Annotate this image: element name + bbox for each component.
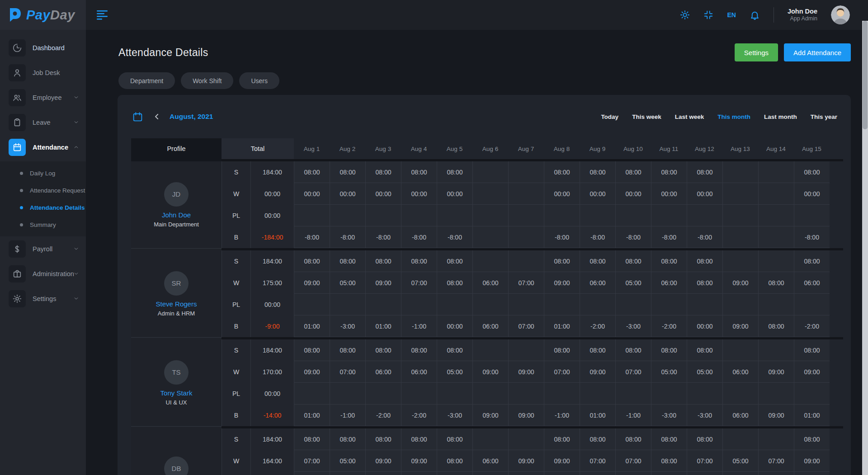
- language-selector[interactable]: EN: [727, 11, 736, 19]
- day-column-header: Aug 14: [758, 138, 794, 159]
- bell-icon[interactable]: [750, 10, 760, 20]
- submenu-item-summary[interactable]: Summary: [0, 216, 86, 233]
- day-cell: 09:00: [794, 361, 830, 383]
- range-last-month[interactable]: Last month: [764, 113, 797, 120]
- submenu-item-attendance-request[interactable]: Attendance Request: [0, 182, 86, 199]
- app-logo[interactable]: PayDay: [0, 0, 86, 30]
- day-cell: 09:00: [544, 272, 580, 294]
- previous-month-icon[interactable]: [152, 112, 161, 121]
- day-cell: [758, 161, 794, 183]
- attendance-row-w: W175:0009:0005:0009:0007:0008:0006:0007:…: [222, 272, 843, 294]
- day-cell: [758, 226, 794, 248]
- sidebar-item-attendance[interactable]: Attendance: [0, 135, 86, 160]
- employee-name[interactable]: Steve Rogers: [156, 300, 197, 308]
- filter-label: Department: [130, 77, 163, 85]
- sidebar-item-employee[interactable]: Employee: [0, 85, 86, 110]
- brightness-icon[interactable]: [680, 10, 690, 20]
- day-column-header: Aug 2: [330, 138, 365, 159]
- day-cell: 00:00: [330, 183, 365, 205]
- vertical-scrollbar[interactable]: [862, 21, 868, 475]
- row-key-label: W: [222, 183, 250, 205]
- day-cell: 00:00: [401, 183, 437, 205]
- row-key-label: B: [222, 226, 250, 248]
- day-cell: 08:00: [794, 428, 830, 450]
- attendance-row-w: W164:0007:0005:0009:0009:0008:0006:0009:…: [222, 450, 843, 472]
- total-value-b: -14:00: [250, 404, 294, 426]
- filter-department[interactable]: Department: [118, 72, 175, 89]
- sidebar-item-label: Leave: [33, 119, 51, 126]
- total-column-header: Total: [222, 138, 294, 159]
- pie-chart-icon: [9, 39, 26, 56]
- attendance-row-pl: PL00:00: [222, 383, 843, 404]
- range-this-year[interactable]: This year: [811, 113, 837, 120]
- day-cell: [437, 294, 472, 315]
- day-cell: [472, 205, 508, 226]
- add-attendance-button[interactable]: Add Attendance: [784, 43, 851, 61]
- range-last-week[interactable]: Last week: [675, 113, 704, 120]
- briefcase-icon: [9, 265, 26, 282]
- sidebar-item-payroll[interactable]: Payroll: [0, 236, 86, 261]
- range-this-week[interactable]: This week: [632, 113, 661, 120]
- day-cell: 08:00: [651, 161, 687, 183]
- user-avatar[interactable]: [831, 5, 850, 24]
- day-cell: 08:00: [687, 161, 722, 183]
- day-cell: 05:00: [722, 450, 758, 472]
- day-cell: 00:00: [687, 183, 722, 205]
- day-cell: -8:00: [794, 226, 830, 248]
- sidebar-item-label: Dashboard: [33, 44, 65, 52]
- day-cell: [722, 250, 758, 272]
- range-this-month[interactable]: This month: [717, 113, 750, 120]
- period-label[interactable]: August, 2021: [170, 113, 213, 121]
- day-cell: -8:00: [365, 226, 401, 248]
- day-cell: 00:00: [580, 183, 615, 205]
- attendance-row-s: S184:0008:0008:0008:0008:0008:0008:0008:…: [222, 161, 843, 183]
- day-cell: [330, 205, 365, 226]
- filter-users[interactable]: Users: [239, 72, 279, 89]
- day-cell: 08:00: [437, 450, 472, 472]
- hamburger-menu-icon[interactable]: [97, 10, 108, 20]
- day-cell: -3:00: [330, 315, 365, 337]
- table-header-row: Profile Total Aug 1Aug 2Aug 3Aug 4Aug 5A…: [131, 138, 843, 159]
- day-cell: [472, 161, 508, 183]
- day-cell: [687, 472, 722, 475]
- scrollbar-thumb[interactable]: [863, 21, 868, 129]
- day-cell: [758, 205, 794, 226]
- day-cell: 00:00: [615, 183, 651, 205]
- day-cell: [615, 383, 651, 404]
- submenu-item-label: Summary: [30, 221, 56, 228]
- user-menu[interactable]: John Doe App Admin: [788, 7, 817, 23]
- sidebar-item-settings[interactable]: Settings: [0, 286, 86, 311]
- sidebar-item-dashboard[interactable]: Dashboard: [0, 35, 86, 60]
- sidebar-item-label: Payroll: [33, 245, 52, 253]
- sidebar-item-administration[interactable]: Administration: [0, 261, 86, 286]
- sidebar-item-leave[interactable]: Leave: [0, 110, 86, 135]
- day-cell: 00:00: [687, 315, 722, 337]
- bullet-icon: [20, 189, 23, 192]
- day-cell: 08:00: [294, 250, 330, 272]
- day-cell: 08:00: [794, 339, 830, 361]
- employee-name[interactable]: John Doe: [162, 211, 191, 219]
- employee-profile: SRSteve RogersAdmin & HRM: [131, 250, 222, 337]
- sidebar-item-job-desk[interactable]: Job Desk: [0, 60, 86, 85]
- employee-name[interactable]: Tony Stark: [160, 389, 193, 397]
- top-navbar: PayDay EN John Doe App Admin: [0, 0, 868, 30]
- settings-button[interactable]: Settings: [735, 43, 778, 61]
- day-cell: 08:00: [401, 428, 437, 450]
- day-cell: 09:00: [758, 361, 794, 383]
- day-cell: 08:00: [687, 250, 722, 272]
- compress-fullscreen-icon[interactable]: [703, 10, 713, 20]
- day-cell: 09:00: [294, 361, 330, 383]
- filter-work-shift[interactable]: Work Shift: [181, 72, 233, 89]
- day-column-header: Aug 5: [437, 138, 472, 159]
- day-cell: 01:00: [365, 315, 401, 337]
- day-cell: [615, 294, 651, 315]
- day-cell: [722, 183, 758, 205]
- day-cell: 07:00: [508, 315, 544, 337]
- calendar-picker-icon[interactable]: [132, 111, 143, 122]
- range-today[interactable]: Today: [601, 113, 618, 120]
- day-cell: 08:00: [294, 428, 330, 450]
- day-cell: 08:00: [758, 315, 794, 337]
- day-cell: 05:00: [651, 361, 687, 383]
- submenu-item-daily-log[interactable]: Daily Log: [0, 165, 86, 182]
- submenu-item-attendance-details[interactable]: Attendance Details: [0, 199, 86, 216]
